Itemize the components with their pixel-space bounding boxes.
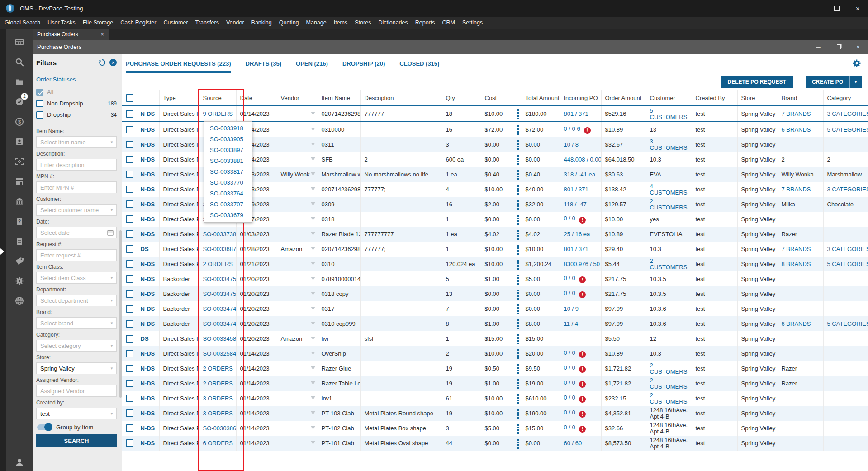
menu-item-stores[interactable]: Stores <box>351 19 375 26</box>
menu-item-reports[interactable]: Reports <box>412 19 439 26</box>
categories-link[interactable]: 3 CATEGORIES <box>827 186 868 193</box>
item-name-input[interactable]: Select item name▼ <box>36 136 117 148</box>
cell-vendor[interactable] <box>277 361 318 376</box>
checkbox[interactable] <box>36 111 43 119</box>
row-checkbox[interactable] <box>126 395 133 402</box>
row-menu-icon[interactable] <box>517 200 519 210</box>
source-link[interactable]: 9 ORDERS <box>203 110 233 117</box>
vendor-dropdown-icon[interactable] <box>311 441 315 444</box>
source-link[interactable]: SO-0030386 <box>203 425 237 432</box>
row-checkbox[interactable] <box>126 260 133 268</box>
request-input[interactable]: Enter request # <box>36 249 117 261</box>
cell-vendor[interactable] <box>277 421 318 436</box>
row-checkbox[interactable] <box>126 380 133 387</box>
row-checkbox[interactable] <box>126 424 133 432</box>
cell-vendor[interactable] <box>277 406 318 421</box>
row-menu-icon[interactable] <box>517 319 519 329</box>
customers-link[interactable]: 4 CUSTOMERS <box>650 183 688 196</box>
row-menu-icon[interactable] <box>517 215 519 225</box>
brands-link[interactable]: 7 BRANDS <box>782 246 811 252</box>
tab-close-icon[interactable]: × <box>100 31 104 38</box>
incoming-po-link[interactable]: 118 / -47 <box>564 201 587 208</box>
source-link[interactable]: SO-0033687 <box>203 246 237 252</box>
close-button[interactable]: × <box>847 0 868 17</box>
vendor-dropdown-icon[interactable] <box>311 232 315 235</box>
tab-dropship[interactable]: DROPSHIP (20) <box>342 54 385 73</box>
cell-vendor[interactable] <box>277 436 318 451</box>
chevron-down-icon[interactable]: ▼ <box>110 366 114 371</box>
brands-link[interactable]: 7 BRANDS <box>782 110 811 117</box>
menu-item-crm[interactable]: CRM <box>439 19 459 26</box>
vendor-dropdown-icon[interactable] <box>311 247 315 250</box>
customers-link[interactable]: 2 CUSTOMERS <box>650 377 688 390</box>
date-input[interactable]: Select date <box>36 227 117 238</box>
source-link[interactable]: 6 ORDERS <box>203 440 233 447</box>
vendor-dropdown-icon[interactable] <box>311 307 315 310</box>
vendor-dropdown-icon[interactable] <box>311 262 315 265</box>
vendor-dropdown-icon[interactable] <box>311 187 315 190</box>
incoming-po-link[interactable]: 25 / 16 ea <box>564 231 590 238</box>
checkbox[interactable] <box>36 100 43 107</box>
brands-link[interactable]: 8 BRANDS <box>782 261 811 267</box>
folder-icon[interactable] <box>6 72 33 92</box>
create-po-button[interactable]: CREATE PO <box>806 76 849 88</box>
row-menu-icon[interactable] <box>517 155 519 165</box>
chevron-down-icon[interactable]: ▼ <box>110 140 114 144</box>
row-menu-icon[interactable] <box>517 439 519 449</box>
source-link[interactable]: SO-0033475 <box>203 276 237 282</box>
row-menu-icon[interactable] <box>517 349 519 359</box>
menu-item-global-search[interactable]: Global Search <box>1 19 44 26</box>
incoming-po-link[interactable]: 0 / 0 <box>564 275 575 281</box>
vendor-dropdown-icon[interactable] <box>311 396 315 400</box>
row-checkbox[interactable] <box>126 156 133 163</box>
categories-link[interactable]: 5 CATEGORIES <box>827 261 868 267</box>
incoming-po-link[interactable]: 801 / 371 <box>564 246 588 252</box>
chevron-down-icon[interactable]: ▼ <box>110 208 114 212</box>
cell-vendor[interactable] <box>277 346 318 361</box>
checkbox[interactable] <box>36 89 43 96</box>
chevron-down-icon[interactable]: ▼ <box>110 412 114 416</box>
status-filter-all[interactable]: All <box>36 86 117 98</box>
row-checkbox[interactable] <box>126 126 133 133</box>
customers-link[interactable]: 5 CUSTOMERS <box>650 107 688 120</box>
cell-vendor[interactable] <box>277 257 318 271</box>
tab-closed[interactable]: CLOSED (315) <box>399 54 439 73</box>
incoming-po-link[interactable]: 0 / 0 <box>564 349 575 356</box>
source-link[interactable]: SO-0033738 <box>203 231 237 238</box>
row-menu-icon[interactable] <box>517 290 519 300</box>
incoming-po-link[interactable]: 11 / 4 <box>564 320 579 327</box>
source-link[interactable]: 3 ORDERS <box>203 410 233 417</box>
row-checkbox[interactable] <box>126 200 133 208</box>
vendor-dropdown-icon[interactable] <box>311 157 315 161</box>
status-filter-dropship[interactable]: Dropship34 <box>36 109 117 120</box>
expand-arrow-icon[interactable] <box>0 248 4 255</box>
refresh-icon[interactable] <box>99 59 106 66</box>
help-clipboard-icon[interactable]: ? <box>6 211 33 231</box>
vendor-dropdown-icon[interactable] <box>311 128 315 131</box>
dashboard-icon[interactable] <box>6 32 33 52</box>
chevron-down-icon[interactable]: ▼ <box>110 276 114 280</box>
vendor-dropdown-icon[interactable] <box>311 112 315 115</box>
row-checkbox[interactable] <box>126 409 133 417</box>
categories-link[interactable]: 5 CATEGORIES <box>827 320 868 327</box>
cell-vendor[interactable] <box>277 391 318 406</box>
row-menu-icon[interactable] <box>517 109 519 119</box>
sales-order-link[interactable]: SO-0033905 <box>204 134 252 145</box>
cell-vendor[interactable] <box>277 152 318 167</box>
cell-vendor[interactable] <box>277 122 318 137</box>
tab-open[interactable]: OPEN (216) <box>296 54 328 73</box>
customers-link[interactable]: 2 CUSTOMERS <box>650 257 688 271</box>
customer-input[interactable]: Select customer name▼ <box>36 204 117 216</box>
contacts-icon[interactable] <box>6 132 33 152</box>
brands-link[interactable]: 6 BRANDS <box>782 320 811 327</box>
vendor-dropdown-icon[interactable] <box>311 202 315 205</box>
vendor-dropdown-icon[interactable] <box>311 217 315 220</box>
vendor-dropdown-icon[interactable] <box>311 292 315 295</box>
vendor-dropdown-icon[interactable] <box>311 411 315 414</box>
incoming-po-link[interactable]: 60 / 60 <box>564 440 582 447</box>
chevron-down-icon[interactable]: ▼ <box>110 321 114 325</box>
incoming-po-link[interactable]: 0 / 0 <box>564 215 575 222</box>
incoming-po-link[interactable]: 0 / 0 <box>564 394 575 401</box>
cell-vendor[interactable] <box>277 106 318 122</box>
delete-po-request-button[interactable]: DELETE PO REQUEST <box>721 76 793 88</box>
